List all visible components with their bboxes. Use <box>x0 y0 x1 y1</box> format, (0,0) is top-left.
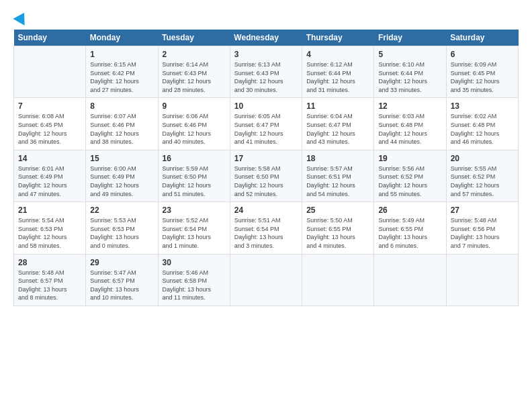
day-info: Sunrise: 6:09 AM Sunset: 6:45 PM Dayligh… <box>451 60 514 94</box>
day-info: Sunrise: 6:15 AM Sunset: 6:42 PM Dayligh… <box>90 60 153 94</box>
calendar-cell: 3Sunrise: 6:13 AM Sunset: 6:43 PM Daylig… <box>230 46 302 98</box>
calendar-cell: 27Sunrise: 5:48 AM Sunset: 6:56 PM Dayli… <box>446 202 518 254</box>
day-info: Sunrise: 5:55 AM Sunset: 6:52 PM Dayligh… <box>451 165 514 198</box>
calendar-cell: 15Sunrise: 6:00 AM Sunset: 6:49 PM Dayli… <box>86 150 158 201</box>
calendar-cell: 7Sunrise: 6:08 AM Sunset: 6:45 PM Daylig… <box>14 98 86 150</box>
calendar-cell: 30Sunrise: 5:46 AM Sunset: 6:58 PM Dayli… <box>158 254 230 306</box>
day-number: 19 <box>378 154 441 163</box>
day-info: Sunrise: 5:51 AM Sunset: 6:54 PM Dayligh… <box>234 216 298 250</box>
day-info: Sunrise: 5:48 AM Sunset: 6:56 PM Dayligh… <box>451 216 514 250</box>
calendar-cell: 17Sunrise: 5:58 AM Sunset: 6:50 PM Dayli… <box>230 150 302 201</box>
day-info: Sunrise: 6:03 AM Sunset: 6:48 PM Dayligh… <box>378 112 441 146</box>
day-info: Sunrise: 6:10 AM Sunset: 6:44 PM Dayligh… <box>378 60 441 94</box>
day-number: 17 <box>234 154 298 163</box>
calendar-cell <box>14 46 86 98</box>
day-number: 4 <box>306 50 369 59</box>
day-info: Sunrise: 6:02 AM Sunset: 6:48 PM Dayligh… <box>451 112 514 146</box>
calendar-cell: 12Sunrise: 6:03 AM Sunset: 6:48 PM Dayli… <box>374 98 446 150</box>
day-info: Sunrise: 6:06 AM Sunset: 6:46 PM Dayligh… <box>163 112 226 146</box>
day-number: 12 <box>378 101 441 111</box>
weekday-header-thursday: Thursday <box>302 30 374 46</box>
day-number: 18 <box>306 154 369 163</box>
calendar-cell <box>446 254 518 306</box>
day-number: 16 <box>163 154 226 163</box>
day-number: 22 <box>90 205 153 215</box>
calendar-cell: 8Sunrise: 6:07 AM Sunset: 6:46 PM Daylig… <box>86 98 158 150</box>
calendar-cell: 19Sunrise: 5:56 AM Sunset: 6:52 PM Dayli… <box>374 150 446 201</box>
calendar-week-row: 28Sunrise: 5:48 AM Sunset: 6:57 PM Dayli… <box>14 254 519 306</box>
day-info: Sunrise: 5:48 AM Sunset: 6:57 PM Dayligh… <box>18 269 81 302</box>
calendar-cell: 22Sunrise: 5:53 AM Sunset: 6:53 PM Dayli… <box>86 202 158 254</box>
weekday-header-tuesday: Tuesday <box>158 30 230 46</box>
day-info: Sunrise: 5:57 AM Sunset: 6:51 PM Dayligh… <box>306 165 369 198</box>
day-number: 8 <box>90 101 153 111</box>
day-info: Sunrise: 6:01 AM Sunset: 6:49 PM Dayligh… <box>18 165 81 198</box>
weekday-header-sunday: Sunday <box>14 30 86 46</box>
day-info: Sunrise: 5:53 AM Sunset: 6:53 PM Dayligh… <box>90 216 153 250</box>
day-info: Sunrise: 5:59 AM Sunset: 6:50 PM Dayligh… <box>163 165 226 198</box>
calendar-week-row: 7Sunrise: 6:08 AM Sunset: 6:45 PM Daylig… <box>14 98 519 150</box>
calendar-cell: 24Sunrise: 5:51 AM Sunset: 6:54 PM Dayli… <box>230 202 302 254</box>
weekday-header-saturday: Saturday <box>446 30 518 46</box>
calendar-cell: 9Sunrise: 6:06 AM Sunset: 6:46 PM Daylig… <box>158 98 230 150</box>
day-info: Sunrise: 6:14 AM Sunset: 6:43 PM Dayligh… <box>163 60 226 94</box>
calendar-cell: 18Sunrise: 5:57 AM Sunset: 6:51 PM Dayli… <box>302 150 374 201</box>
calendar-cell: 20Sunrise: 5:55 AM Sunset: 6:52 PM Dayli… <box>446 150 518 201</box>
calendar-cell: 2Sunrise: 6:14 AM Sunset: 6:43 PM Daylig… <box>158 46 230 98</box>
day-number: 9 <box>163 101 226 111</box>
day-number: 1 <box>90 50 153 59</box>
day-number: 21 <box>18 205 81 215</box>
day-info: Sunrise: 6:05 AM Sunset: 6:47 PM Dayligh… <box>234 112 298 146</box>
day-number: 24 <box>234 205 298 215</box>
calendar-cell: 13Sunrise: 6:02 AM Sunset: 6:48 PM Dayli… <box>446 98 518 150</box>
day-info: Sunrise: 6:13 AM Sunset: 6:43 PM Dayligh… <box>234 60 298 94</box>
day-info: Sunrise: 6:00 AM Sunset: 6:49 PM Dayligh… <box>90 165 153 198</box>
day-number: 7 <box>18 101 81 111</box>
calendar-cell: 10Sunrise: 6:05 AM Sunset: 6:47 PM Dayli… <box>230 98 302 150</box>
weekday-header-wednesday: Wednesday <box>230 30 302 46</box>
day-info: Sunrise: 5:46 AM Sunset: 6:58 PM Dayligh… <box>163 269 226 302</box>
day-info: Sunrise: 6:04 AM Sunset: 6:47 PM Dayligh… <box>306 112 369 146</box>
calendar-cell: 14Sunrise: 6:01 AM Sunset: 6:49 PM Dayli… <box>14 150 86 201</box>
day-info: Sunrise: 5:56 AM Sunset: 6:52 PM Dayligh… <box>378 165 441 198</box>
day-info: Sunrise: 5:54 AM Sunset: 6:53 PM Dayligh… <box>18 216 81 250</box>
day-info: Sunrise: 5:49 AM Sunset: 6:55 PM Dayligh… <box>378 216 441 250</box>
calendar-cell <box>302 254 374 306</box>
page: SundayMondayTuesdayWednesdayThursdayFrid… <box>0 0 532 313</box>
day-number: 5 <box>378 50 441 59</box>
calendar-cell: 4Sunrise: 6:12 AM Sunset: 6:44 PM Daylig… <box>302 46 374 98</box>
logo-arrow-icon <box>13 9 30 26</box>
calendar-cell: 5Sunrise: 6:10 AM Sunset: 6:44 PM Daylig… <box>374 46 446 98</box>
day-number: 28 <box>18 258 81 267</box>
day-info: Sunrise: 6:08 AM Sunset: 6:45 PM Dayligh… <box>18 112 81 146</box>
day-number: 15 <box>90 154 153 163</box>
calendar-cell: 6Sunrise: 6:09 AM Sunset: 6:45 PM Daylig… <box>446 46 518 98</box>
day-number: 20 <box>451 154 514 163</box>
header-area <box>13 12 519 23</box>
calendar-cell: 28Sunrise: 5:48 AM Sunset: 6:57 PM Dayli… <box>14 254 86 306</box>
day-number: 26 <box>378 205 441 215</box>
calendar-cell: 23Sunrise: 5:52 AM Sunset: 6:54 PM Dayli… <box>158 202 230 254</box>
calendar-cell: 29Sunrise: 5:47 AM Sunset: 6:57 PM Dayli… <box>86 254 158 306</box>
day-number: 2 <box>163 50 226 59</box>
logo <box>13 12 28 23</box>
day-number: 29 <box>90 258 153 267</box>
day-info: Sunrise: 6:07 AM Sunset: 6:46 PM Dayligh… <box>90 112 153 146</box>
calendar-cell: 26Sunrise: 5:49 AM Sunset: 6:55 PM Dayli… <box>374 202 446 254</box>
logo-text <box>13 12 28 23</box>
day-number: 23 <box>163 205 226 215</box>
day-number: 27 <box>451 205 514 215</box>
day-number: 11 <box>306 101 369 111</box>
calendar-week-row: 21Sunrise: 5:54 AM Sunset: 6:53 PM Dayli… <box>14 202 519 254</box>
weekday-header-monday: Monday <box>86 30 158 46</box>
calendar-week-row: 1Sunrise: 6:15 AM Sunset: 6:42 PM Daylig… <box>14 46 519 98</box>
day-number: 25 <box>306 205 369 215</box>
calendar-cell: 16Sunrise: 5:59 AM Sunset: 6:50 PM Dayli… <box>158 150 230 201</box>
day-number: 13 <box>451 101 514 111</box>
weekday-header-friday: Friday <box>374 30 446 46</box>
calendar-table: SundayMondayTuesdayWednesdayThursdayFrid… <box>13 30 519 306</box>
day-info: Sunrise: 5:47 AM Sunset: 6:57 PM Dayligh… <box>90 269 153 302</box>
weekday-header-row: SundayMondayTuesdayWednesdayThursdayFrid… <box>14 30 519 46</box>
day-number: 14 <box>18 154 81 163</box>
calendar-week-row: 14Sunrise: 6:01 AM Sunset: 6:49 PM Dayli… <box>14 150 519 201</box>
